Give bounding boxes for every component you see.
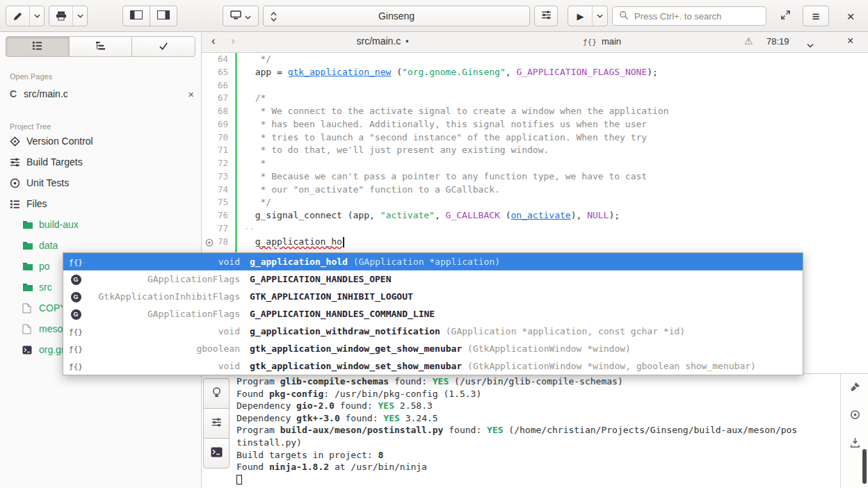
folder-icon bbox=[22, 220, 39, 229]
open-pages-label: Open Pages bbox=[0, 72, 201, 81]
chevron-down-icon[interactable] bbox=[72, 6, 87, 26]
enum-icon: G bbox=[63, 273, 88, 285]
output-line: Found pkg-config: /usr/bin/pkg-config (1… bbox=[236, 388, 837, 400]
run-split-button[interactable]: ▶ bbox=[568, 6, 608, 26]
function-icon: ƒ{} bbox=[63, 343, 88, 354]
code-line-text: * tries to launch a "second instance" of… bbox=[235, 131, 647, 145]
code-line-68[interactable]: 68 * We connect to the activate signal t… bbox=[202, 105, 868, 118]
close-editor-button[interactable]: × bbox=[847, 35, 853, 47]
open-page-row[interactable]: C src/main.c × bbox=[0, 83, 201, 104]
code-line-text: * to do that, we'll just present any exi… bbox=[235, 144, 549, 157]
lightbulb-icon bbox=[211, 387, 222, 400]
toggle-right-panel-button[interactable] bbox=[150, 6, 177, 26]
code-line-text: * bbox=[235, 157, 266, 170]
forward-button[interactable]: › bbox=[231, 34, 235, 48]
code-line-78[interactable]: 78 g_application_ho bbox=[202, 236, 868, 249]
document-title[interactable]: src/main.c• bbox=[306, 35, 459, 47]
build-output[interactable]: Program glib-compile-schemas found: YES … bbox=[236, 375, 837, 488]
messages-button[interactable] bbox=[203, 378, 230, 409]
code-line-72[interactable]: 72 * bbox=[202, 157, 868, 170]
completion-return-type: gboolean bbox=[88, 343, 240, 354]
completion-item-gtk-application-inhibit-logout[interactable]: GGtkApplicationInhibitFlagsGTK_APPLICATI… bbox=[63, 288, 803, 305]
target-button[interactable] bbox=[841, 402, 868, 430]
code-line-69[interactable]: 69 * has been lauched. Additionally, thi… bbox=[202, 118, 868, 131]
line-number: 65 bbox=[202, 66, 235, 79]
completion-name: g_application_withdraw_notification (GAp… bbox=[250, 326, 685, 336]
panel-toggle-group bbox=[122, 6, 177, 26]
omnibar-project-button[interactable]: Ginseng bbox=[263, 6, 530, 26]
search-box[interactable] bbox=[612, 6, 766, 26]
chevron-down-icon[interactable] bbox=[807, 39, 814, 50]
diagnostics-warning-icon[interactable]: ⚠ bbox=[744, 35, 753, 47]
completion-item-g-application-withdraw-notification[interactable]: ƒ{}voidg_application_withdraw_notificati… bbox=[63, 323, 803, 340]
file-icon bbox=[22, 324, 39, 334]
download-icon bbox=[850, 437, 860, 450]
output-line: Dependency gtk+-3.0 found: YES 3.24.5 bbox=[236, 412, 837, 425]
code-line-text: */ bbox=[235, 53, 271, 66]
symbol-path-button[interactable]: ƒ{}main bbox=[583, 36, 621, 47]
completion-name: G_APPLICATION_HANDLES_OPEN bbox=[250, 274, 392, 284]
chevron-down-icon[interactable] bbox=[592, 6, 606, 26]
code-line-73[interactable]: 73 * Because we can't pass a pointer to … bbox=[202, 170, 868, 184]
vcs-icon bbox=[10, 136, 26, 147]
build-output-button[interactable] bbox=[203, 408, 230, 439]
fullscreen-button[interactable] bbox=[773, 6, 797, 26]
build-pipeline-button[interactable] bbox=[534, 6, 558, 26]
tree-item-version-control[interactable]: Version Control bbox=[0, 131, 201, 152]
completion-item-g-application-handles-open[interactable]: GGApplicationFlagsG_APPLICATION_HANDLES_… bbox=[63, 270, 803, 288]
file-item-build-aux[interactable]: build-aux bbox=[0, 214, 201, 235]
code-line-text: app = gtk_application_new ("org.gnome.Gi… bbox=[235, 66, 658, 79]
output-lines: Program glib-compile-schemas found: YES … bbox=[236, 375, 837, 485]
brush-button[interactable] bbox=[841, 374, 868, 402]
chevron-down-icon[interactable] bbox=[29, 6, 44, 26]
function-icon: ƒ{} bbox=[583, 38, 597, 47]
utility-strip bbox=[840, 374, 868, 488]
expand-icon bbox=[780, 10, 791, 22]
code-line-66[interactable]: 66 bbox=[202, 79, 868, 92]
tree-item-build-targets[interactable]: Build Targets bbox=[0, 152, 201, 172]
line-number: 72 bbox=[202, 157, 235, 170]
search-icon bbox=[619, 10, 629, 22]
completion-item-gtk-application-window-get-show-menubar[interactable]: ƒ{}gbooleangtk_application_window_get_sh… bbox=[63, 340, 803, 357]
c-language-icon: C bbox=[10, 88, 24, 99]
close-window-button[interactable]: × bbox=[839, 6, 862, 26]
completion-return-type: GtkApplicationInhibitFlags bbox=[88, 291, 240, 302]
completion-item-g-application-handles-command-line[interactable]: GGApplicationFlagsG_APPLICATION_HANDLES_… bbox=[63, 305, 803, 323]
edit-split-button[interactable] bbox=[6, 6, 45, 26]
tree-item-label: Version Control bbox=[26, 136, 93, 147]
code-line-64[interactable]: 64 */ bbox=[202, 53, 868, 66]
enum-icon: G bbox=[63, 308, 88, 320]
tab-pages[interactable] bbox=[6, 36, 70, 57]
back-button[interactable]: ‹ bbox=[211, 34, 216, 48]
code-lines: 64 */65 app = gtk_application_new ("org.… bbox=[202, 53, 868, 248]
code-line-65[interactable]: 65 app = gtk_application_new ("org.gnome… bbox=[202, 66, 868, 79]
completion-item-g-application-hold[interactable]: ƒ{}voidg_application_hold (GApplication … bbox=[63, 253, 803, 270]
code-line-71[interactable]: 71 * to do that, we'll just present any … bbox=[202, 144, 868, 157]
file-item-label: src bbox=[39, 282, 52, 293]
tree-item-unit-tests[interactable]: Unit Tests bbox=[0, 172, 201, 193]
close-icon[interactable]: × bbox=[188, 88, 194, 100]
code-line-text: g_signal_connect (app, "activate", G_CAL… bbox=[235, 209, 620, 222]
play-icon[interactable]: ▶ bbox=[569, 6, 592, 26]
code-line-75[interactable]: 75 */ bbox=[202, 196, 868, 209]
terminal-button[interactable] bbox=[203, 438, 230, 469]
code-line-70[interactable]: 70 * tries to launch a "second instance"… bbox=[202, 131, 868, 145]
code-line-77[interactable]: 77·· bbox=[202, 222, 868, 236]
line-number: 68 bbox=[202, 105, 235, 118]
tab-tree[interactable] bbox=[69, 36, 133, 57]
toggle-left-panel-button[interactable] bbox=[122, 6, 150, 26]
search-input[interactable] bbox=[633, 10, 758, 22]
code-line-76[interactable]: 76 g_signal_connect (app, "activate", G_… bbox=[202, 209, 868, 222]
device-selector-button[interactable] bbox=[223, 6, 259, 26]
tab-todo[interactable] bbox=[131, 36, 195, 57]
scrollbar-thumb[interactable] bbox=[862, 449, 867, 484]
completion-item-gtk-application-window-set-show-menubar[interactable]: ƒ{}voidgtk_application_window_set_show_m… bbox=[63, 357, 803, 375]
document-split-button[interactable] bbox=[49, 6, 88, 26]
code-line-74[interactable]: 74 * our "on_activate" function to a GCa… bbox=[202, 184, 868, 197]
code-line-text: * has been lauched. Additionally, this s… bbox=[235, 118, 647, 131]
menu-button[interactable]: ≡ bbox=[803, 6, 829, 26]
pencil-icon bbox=[6, 6, 29, 26]
tree-item-files[interactable]: Files bbox=[0, 193, 201, 214]
code-line-67[interactable]: 67 /* bbox=[202, 92, 868, 105]
code-line-text: */ bbox=[235, 196, 271, 209]
